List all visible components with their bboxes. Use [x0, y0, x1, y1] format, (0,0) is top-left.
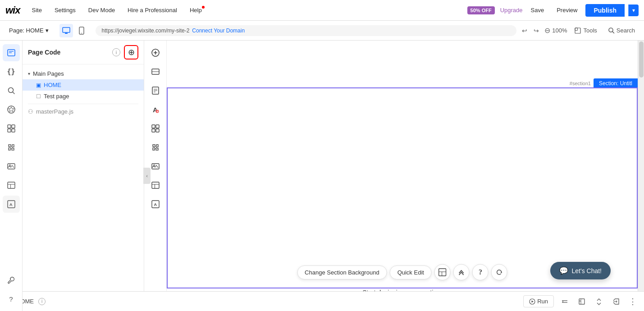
section-title-badge[interactable]: Section: Untitl — [594, 78, 638, 88]
undo-button[interactable]: ↩ — [520, 25, 529, 36]
tree-home-page[interactable]: ▣ HOME — [23, 79, 144, 91]
zoom-control: ⊖ 100% — [544, 26, 567, 35]
change-bg-button[interactable]: Change Section Background — [297, 265, 387, 279]
master-page-label: masterPage.js — [36, 108, 73, 115]
sidebar-icon-data[interactable] — [3, 120, 20, 137]
nav-help[interactable]: Help — [185, 5, 206, 15]
nav-site[interactable]: Site — [27, 5, 46, 15]
tree-test-page[interactable]: ☐ Test page — [23, 91, 144, 102]
test-page-icon: ☐ — [36, 93, 41, 100]
save-button[interactable]: Save — [526, 5, 549, 15]
page-canvas: #section1 Section: Untitl Change Section… — [167, 41, 638, 311]
svg-rect-0 — [63, 27, 70, 32]
bottom-tool-4[interactable] — [610, 295, 622, 308]
add-page-button[interactable]: ⊕ — [124, 45, 138, 59]
tree-arrow-icon: ▾ — [28, 71, 30, 76]
sidebar-icon-code[interactable] — [3, 44, 20, 61]
url-text: https://joviegel.wixsite.com/my-site-2 — [102, 27, 190, 34]
bottom-tool-2[interactable] — [575, 295, 588, 308]
top-bar: wix Site Settings Dev Mode Hire a Profes… — [0, 0, 644, 21]
grid-button[interactable] — [147, 120, 164, 137]
tree-main-pages-label: Main Pages — [33, 70, 64, 77]
svg-rect-15 — [8, 125, 11, 128]
sidebar-icon-image[interactable] — [3, 158, 20, 175]
sidebar-icon-text[interactable]: A — [3, 196, 20, 213]
svg-rect-39 — [156, 125, 159, 128]
section-label-bar: #section1 Section: Untitl — [567, 78, 638, 88]
tools-button[interactable]: Tools — [571, 25, 600, 36]
mobile-device-button[interactable] — [75, 24, 88, 37]
lets-chat-label: Let's Chat! — [572, 267, 602, 274]
canvas-area: A+ A #section1 Section: Untitl — [144, 41, 644, 311]
bottom-info-icon[interactable]: i — [38, 298, 46, 305]
sidebar-icon-table[interactable] — [3, 177, 20, 194]
publish-button[interactable]: Publish — [585, 4, 625, 17]
connect-domain-link[interactable]: Connect Your Domain — [192, 27, 245, 34]
bottom-tool-1[interactable] — [558, 295, 571, 308]
layout-icon-button[interactable] — [434, 264, 451, 280]
nav-devmode[interactable]: Dev Mode — [84, 5, 119, 15]
page-selector-label: Page: HOME — [9, 27, 44, 34]
bottom-tool-3[interactable] — [593, 295, 605, 308]
code-panel-info-icon[interactable]: i — [112, 48, 120, 56]
upgrade-link[interactable]: Upgrade — [500, 7, 523, 14]
svg-point-3 — [81, 32, 82, 33]
lets-chat-button[interactable]: 💬 Let's Chat! — [550, 262, 611, 279]
svg-rect-41 — [156, 129, 159, 132]
sidebar-icon-apps[interactable] — [3, 101, 20, 118]
svg-rect-44 — [152, 182, 159, 188]
quick-edit-button[interactable]: Quick Edit — [390, 265, 432, 279]
section-toolbar: Change Section Background Quick Edit ? — [297, 264, 507, 280]
bottom-more-button[interactable]: ⋮ — [627, 295, 639, 308]
svg-rect-1 — [65, 33, 68, 34]
upgrade-badge: 50% OFF — [467, 6, 495, 14]
desktop-device-button[interactable] — [59, 24, 73, 37]
home-page-icon: ▣ — [36, 82, 41, 88]
preview-button[interactable]: Preview — [552, 5, 582, 15]
svg-rect-17 — [8, 129, 11, 132]
svg-rect-38 — [152, 125, 155, 128]
page-button[interactable] — [147, 82, 164, 99]
refresh-icon-button[interactable] — [491, 264, 507, 280]
panel-collapse-button[interactable]: ‹ — [143, 168, 151, 184]
test-page-label: Test page — [44, 93, 69, 100]
search-button[interactable]: Search — [604, 25, 639, 36]
svg-rect-5 — [575, 28, 578, 31]
publish-chevron-button[interactable]: ▾ — [628, 5, 639, 16]
bottom-bar: HOME i Run ⋮ — [0, 291, 644, 311]
url-bar: https://joviegel.wixsite.com/my-site-2 C… — [96, 25, 517, 36]
svg-rect-21 — [8, 182, 15, 188]
zoom-icon: ⊖ — [544, 26, 550, 35]
help-icon-button[interactable]: ? — [472, 264, 489, 280]
puzzle-button[interactable] — [147, 139, 164, 156]
run-button[interactable]: Run — [523, 295, 554, 307]
svg-text:+: + — [156, 110, 158, 113]
sidebar-icon-wrench[interactable] — [3, 271, 20, 288]
nav-hire[interactable]: Hire a Professional — [123, 5, 182, 15]
svg-line-12 — [13, 92, 14, 94]
move-up-icon-button[interactable] — [453, 264, 470, 280]
wix-logo: wix — [5, 5, 20, 16]
svg-rect-58 — [579, 299, 585, 304]
text-block-button[interactable]: A — [147, 196, 164, 213]
master-page-icon: ⚇ — [28, 108, 33, 115]
svg-rect-16 — [12, 125, 15, 128]
tree-master-page[interactable]: ⚇ masterPage.js — [23, 106, 144, 117]
tree-main-pages[interactable]: ▾ Main Pages — [23, 68, 144, 79]
add-element-button[interactable] — [147, 44, 164, 61]
zoom-level: 100% — [552, 27, 567, 34]
sidebar-icon-help[interactable]: ? — [3, 290, 20, 307]
sidebar-icon-search[interactable] — [3, 82, 20, 99]
typography-button[interactable]: A+ — [147, 101, 164, 118]
scrollbar[interactable] — [638, 41, 644, 311]
run-button-label: Run — [537, 298, 548, 305]
section-button[interactable] — [147, 63, 164, 80]
section-content-area[interactable]: Change Section Background Quick Edit ? — [167, 87, 638, 288]
code-panel: Page Code i ⊕ ▾ Main Pages ▣ HOME ☐ Test… — [23, 41, 144, 311]
sidebar-icon-curly[interactable]: {} — [3, 63, 20, 80]
nav-settings[interactable]: Settings — [50, 5, 80, 15]
redo-button[interactable]: ↪ — [532, 25, 541, 36]
sidebar-icon-puzzle[interactable] — [3, 139, 20, 156]
page-selector[interactable]: Page: HOME ▾ — [5, 25, 52, 36]
svg-rect-40 — [152, 129, 155, 132]
